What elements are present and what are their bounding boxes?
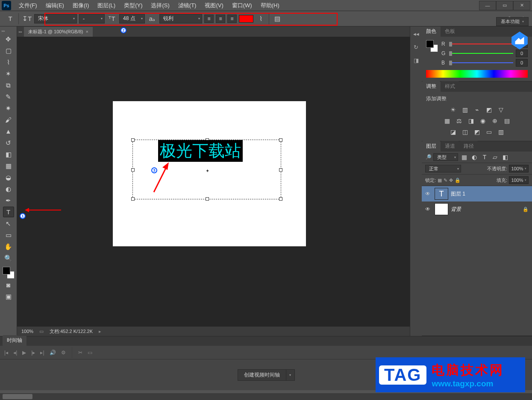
- toolbox-grip-icon[interactable]: ▸▸: [2, 29, 5, 33]
- doc-nav-icon[interactable]: ▭: [39, 329, 44, 334]
- blur-tool[interactable]: ◒: [3, 172, 14, 183]
- lock-paint-icon[interactable]: ✎: [444, 178, 447, 183]
- layer-row-bg[interactable]: 👁 背景 🔒: [422, 201, 532, 217]
- panel-color-picker[interactable]: [426, 40, 438, 52]
- minimize-button[interactable]: —: [479, 1, 496, 10]
- pen-tool[interactable]: ✒: [3, 195, 14, 206]
- screen-mode-tool[interactable]: ▣: [3, 291, 14, 302]
- layer-filter-select[interactable]: 类型: [433, 153, 458, 161]
- b-value[interactable]: 0: [516, 59, 528, 67]
- filter-smart-icon[interactable]: ◧: [501, 153, 509, 161]
- split-icon[interactable]: ✂: [78, 350, 82, 356]
- filter-type-icon[interactable]: T: [480, 153, 489, 161]
- tab-close-icon[interactable]: ×: [86, 29, 88, 34]
- menu-file[interactable]: 文件(F): [15, 0, 41, 11]
- selective-color-icon[interactable]: ▥: [497, 128, 505, 136]
- visibility-icon[interactable]: 👁: [425, 191, 432, 197]
- filter-icon[interactable]: 🔎: [425, 154, 432, 160]
- menu-layer[interactable]: 图层(L): [93, 0, 120, 11]
- character-panel-icon[interactable]: ▤: [272, 14, 282, 24]
- create-timeline-dropdown[interactable]: ▾: [286, 369, 295, 381]
- blend-mode-select[interactable]: 正常: [425, 165, 461, 172]
- settings-icon[interactable]: ⚙: [61, 350, 66, 356]
- warp-text-icon[interactable]: ⌇: [256, 14, 266, 24]
- next-frame-icon[interactable]: |▸: [31, 350, 35, 356]
- visibility-icon[interactable]: 👁: [425, 206, 432, 212]
- font-family-select[interactable]: 宋体: [34, 14, 77, 23]
- text-color-swatch[interactable]: [239, 15, 253, 23]
- curves-icon[interactable]: ⌁: [473, 106, 481, 114]
- bw-icon[interactable]: ◨: [467, 117, 475, 125]
- close-button[interactable]: ✕: [513, 1, 530, 10]
- path-select-tool[interactable]: ↖: [3, 218, 14, 229]
- opacity-input[interactable]: 100%: [509, 165, 529, 172]
- dodge-tool[interactable]: ◐: [3, 184, 14, 194]
- lock-pos-icon[interactable]: ✥: [449, 178, 453, 183]
- prev-frame-icon[interactable]: ◂|: [13, 350, 17, 356]
- marquee-tool[interactable]: ▢: [3, 45, 14, 56]
- first-frame-icon[interactable]: |◂: [4, 350, 8, 356]
- tool-preset-icon[interactable]: T: [5, 14, 15, 24]
- g-slider[interactable]: [449, 50, 513, 56]
- adjustments-tab[interactable]: 调整: [422, 81, 441, 92]
- history-panel-icon[interactable]: ↻: [414, 44, 418, 50]
- eyedropper-tool[interactable]: ✎: [3, 91, 14, 102]
- horizontal-scrollbar[interactable]: [0, 393, 532, 400]
- vibrance-icon[interactable]: ▽: [497, 106, 505, 114]
- color-ramp[interactable]: [426, 70, 528, 78]
- zoom-tool[interactable]: 🔍: [3, 253, 14, 263]
- menu-view[interactable]: 视图(V): [200, 0, 227, 11]
- create-timeline-button[interactable]: 创建视频时间轴 ▾: [238, 369, 295, 381]
- g-value[interactable]: 0: [516, 50, 528, 57]
- properties-panel-icon[interactable]: ◨: [414, 57, 419, 64]
- color-tab[interactable]: 颜色: [422, 26, 441, 37]
- filter-shape-icon[interactable]: ▱: [491, 153, 499, 161]
- r-slider[interactable]: [449, 41, 513, 47]
- menu-filter[interactable]: 滤镜(T): [174, 0, 201, 11]
- lock-trans-icon[interactable]: ▦: [438, 178, 442, 183]
- align-right-button[interactable]: ≡: [227, 15, 237, 23]
- posterize-icon[interactable]: ◫: [461, 128, 469, 136]
- color-picker[interactable]: [3, 267, 15, 279]
- layer-name[interactable]: 图层 1: [451, 190, 465, 198]
- type-tool[interactable]: T: [3, 207, 14, 217]
- brush-tool[interactable]: 🖌: [3, 114, 14, 125]
- menu-window[interactable]: 窗口(W): [228, 0, 256, 11]
- stamp-tool[interactable]: ▲: [3, 126, 14, 137]
- hand-tool[interactable]: ✋: [3, 241, 14, 252]
- menu-help[interactable]: 帮助(H): [256, 0, 284, 11]
- doc-info-more-icon[interactable]: ▸: [99, 329, 101, 334]
- align-left-button[interactable]: ≡: [204, 15, 214, 23]
- mixer-icon[interactable]: ⊕: [491, 117, 499, 125]
- b-slider[interactable]: [449, 60, 513, 66]
- menu-image[interactable]: 图像(I): [68, 0, 93, 11]
- layer-name[interactable]: 背景: [451, 206, 461, 213]
- threshold-icon[interactable]: ◩: [473, 128, 481, 136]
- workspace-switcher[interactable]: 基本功能: [496, 17, 529, 26]
- lock-all-icon[interactable]: 🔒: [455, 178, 461, 183]
- antialias-select[interactable]: 锐利: [159, 14, 202, 23]
- channels-tab[interactable]: 通道: [441, 141, 459, 152]
- exposure-icon[interactable]: ◩: [485, 106, 493, 114]
- text-content[interactable]: 极光下载站: [158, 140, 243, 162]
- history-brush-tool[interactable]: ↺: [3, 137, 14, 148]
- swatches-tab[interactable]: 色板: [441, 26, 459, 37]
- brightness-icon[interactable]: ☀: [449, 106, 457, 114]
- balance-icon[interactable]: ⚖: [455, 117, 463, 125]
- last-frame-icon[interactable]: ▸|: [40, 350, 44, 356]
- move-tool[interactable]: ✥: [3, 34, 14, 44]
- fill-input[interactable]: 100%: [509, 176, 529, 184]
- eraser-tool[interactable]: ◧: [3, 149, 14, 160]
- gradient-tool[interactable]: ▦: [3, 161, 14, 171]
- crop-tool[interactable]: ⧉: [3, 80, 14, 91]
- magic-wand-tool[interactable]: ✶: [3, 68, 14, 79]
- shape-tool[interactable]: ▭: [3, 230, 14, 240]
- document-tab[interactable]: 未标题-1 @ 100%(RGB/8) ×: [24, 27, 93, 37]
- menu-select[interactable]: 选择(S): [147, 0, 173, 11]
- layer-row-1[interactable]: 👁 T 图层 1: [422, 186, 532, 201]
- font-style-select[interactable]: -: [79, 14, 105, 23]
- align-center-button[interactable]: ≡: [216, 15, 225, 23]
- text-orientation-icon[interactable]: ↧T: [22, 14, 32, 24]
- zoom-level[interactable]: 100%: [21, 329, 33, 334]
- audio-icon[interactable]: 🔊: [50, 350, 56, 356]
